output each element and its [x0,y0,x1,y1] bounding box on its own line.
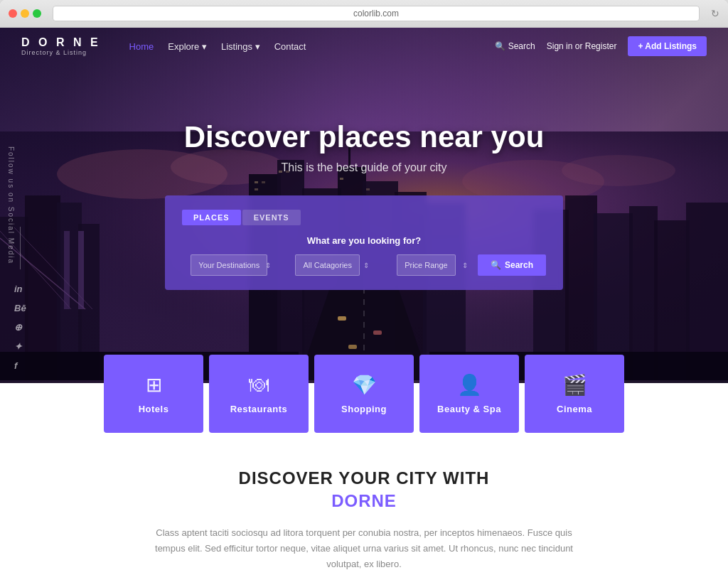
logo-brand: D O R N E [21,36,101,48]
nav-listings[interactable]: Listings ▾ [221,41,260,52]
nav-signin[interactable]: Sign in or Register [547,41,617,51]
destination-select[interactable]: Your Destinations New York Los Angeles [191,254,267,276]
address-bar[interactable]: colorlib.com [53,6,700,21]
behance-icon[interactable]: Bē [14,303,26,313]
beauty-spa-icon: 👤 [457,373,482,397]
price-select-wrapper: Price Range $0-$50 $50-$100 [379,254,473,276]
svg-rect-40 [348,345,357,349]
hotels-label: Hotels [139,404,169,414]
category-beauty-spa[interactable]: 👤 Beauty & Spa [419,355,519,433]
cinema-icon: 🎬 [562,373,587,397]
instagram-icon[interactable]: ⊕ [14,322,26,333]
twitter-icon[interactable]: ✦ [14,341,26,352]
hero-section: D O R N E Directory & Listing Home Explo… [0,28,728,383]
category-cinema[interactable]: 🎬 Cinema [525,355,624,433]
tab-places[interactable]: PLACES [182,210,241,225]
category-hotels[interactable]: ⊞ Hotels [104,355,203,433]
nav-right: 🔍 Search Sign in or Register + Add Listi… [495,36,707,56]
maximize-dot[interactable] [33,9,41,18]
svg-rect-39 [373,330,382,335]
discover-text: Class aptent taciti sociosqu ad litora t… [151,525,577,570]
restaurants-label: Restaurants [230,404,288,414]
nav-home[interactable]: Home [129,41,154,52]
search-label: What are you looking for? [182,235,546,246]
search-box: PLACES EVENTS What are you looking for? … [165,195,563,290]
nav-explore[interactable]: Explore ▾ [168,41,207,52]
destination-select-wrapper: Your Destinations New York Los Angeles [182,254,277,276]
navbar: D O R N E Directory & Listing Home Explo… [0,28,728,65]
category-select[interactable]: All Catagories Hotels Restaurants [295,254,360,276]
category-select-wrapper: All Catagories Hotels Restaurants [281,254,375,276]
search-button[interactable]: 🔍 Search [478,254,546,276]
nav-contact[interactable]: Contact [274,41,306,52]
browser-dots [9,9,41,18]
search-tabs: PLACES EVENTS [182,210,546,225]
minimize-dot[interactable] [21,9,29,18]
discover-title: DISCOVER YOUR CITY WITH [21,468,707,488]
close-dot[interactable] [9,9,17,18]
nav-links: Home Explore ▾ Listings ▾ Contact [129,41,481,52]
browser-window: colorlib.com ↻ D O R N E Directory & Lis… [0,0,728,570]
website-content: D O R N E Directory & Listing Home Explo… [0,28,728,570]
search-icon: 🔍 [495,41,505,51]
discover-brand: DORNE [21,491,707,511]
discover-section: DISCOVER YOUR CITY WITH DORNE Class apte… [0,433,728,570]
search-btn-icon: 🔍 [491,260,501,270]
price-select[interactable]: Price Range $0-$50 $50-$100 [397,254,456,276]
category-restaurants[interactable]: 🍽 Restaurants [209,355,309,433]
search-btn-label: Search [505,260,533,270]
shopping-icon: 💎 [352,373,377,397]
svg-rect-38 [338,316,346,321]
hero-title: Discover places near you [0,120,728,154]
restaurants-icon: 🍽 [249,373,269,397]
logo: D O R N E Directory & Listing [21,36,101,56]
categories-wrapper: ⊞ Hotels 🍽 Restaurants 💎 Shopping 👤 Beau… [0,355,728,433]
category-shopping[interactable]: 💎 Shopping [314,355,414,433]
refresh-button[interactable]: ↻ [711,8,719,19]
categories-grid: ⊞ Hotels 🍽 Restaurants 💎 Shopping 👤 Beau… [80,355,648,433]
tab-events[interactable]: EVENTS [242,210,301,225]
search-fields: Your Destinations New York Los Angeles A… [182,254,546,276]
hero-subtitle: This is the best guide of your city [0,161,728,174]
cinema-label: Cinema [557,404,592,414]
add-listings-button[interactable]: + Add Listings [628,36,707,56]
hotels-icon: ⊞ [146,373,162,397]
logo-subtitle: Directory & Listing [21,49,101,56]
hero-content: Discover places near you This is the bes… [0,28,728,290]
browser-toolbar: colorlib.com ↻ [0,0,728,28]
nav-search-link[interactable]: 🔍 Search [495,41,535,51]
shopping-label: Shopping [341,404,387,414]
beauty-spa-label: Beauty & Spa [437,404,501,414]
